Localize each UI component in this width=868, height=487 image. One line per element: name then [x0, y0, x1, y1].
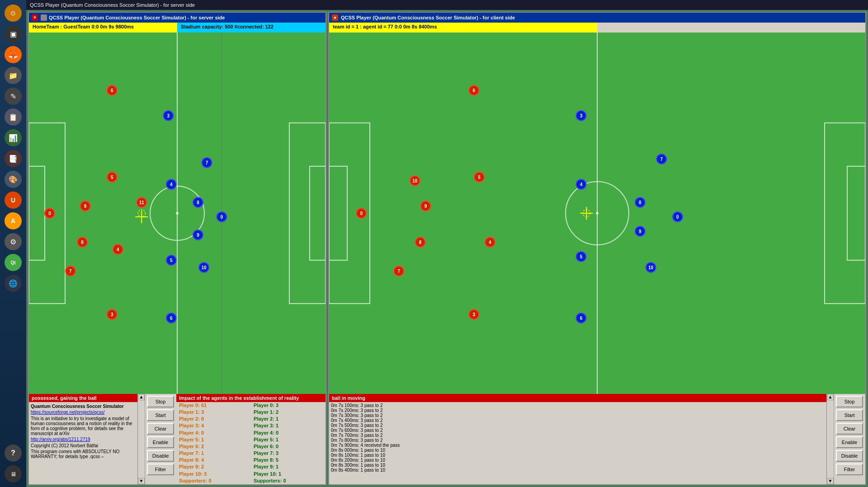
client-clear-button[interactable]: Clear — [836, 423, 863, 435]
svg-text:9: 9 — [639, 229, 642, 234]
server-impact-table: Player 0: 61Player 0: 3Player 1: 3Player… — [176, 402, 326, 484]
client-window: ● QCSS Player (Quantum Consciousness Soc… — [328, 12, 866, 485]
server-sourceforge-link[interactable]: https://sourceforge.net/projects/qcss/ — [31, 410, 136, 415]
svg-text:3: 3 — [111, 312, 113, 317]
client-field: 0 10 6 5 4 9 8 7 3 3 — [329, 33, 865, 394]
client-enable-button[interactable]: Enable — [836, 436, 863, 448]
impact-cell-col2: Supporters: 0 — [251, 478, 326, 484]
svg-text:6: 6 — [472, 88, 475, 93]
server-stop-button[interactable]: Stop — [147, 396, 174, 407]
svg-text:7: 7 — [397, 269, 400, 274]
server-close-button[interactable]: × — [32, 14, 38, 21]
svg-text:0: 0 — [676, 215, 679, 220]
server-disable-button[interactable]: Disable — [147, 450, 174, 462]
server-field-svg: 0 6 9 8 7 5 4 3 3 4 — [29, 33, 326, 394]
client-scroll-down[interactable]: ▼ — [827, 478, 834, 484]
server-buttons-panel: Stop Start Clear Enable Disable Filter — [145, 394, 176, 484]
server-copyright: Copyright (C) 2012 Norbert Bátfai — [31, 443, 136, 448]
impact-cell-col1: Player 1: 3 — [176, 409, 251, 416]
impact-cell-col2: Player 5: 1 — [251, 436, 326, 443]
log-entry: 0m 7s 700ms: 3 pass to 2 — [331, 433, 825, 438]
server-app-title: Quantum Consciousness Soccer Simulator — [31, 404, 136, 409]
server-bottom-panel: possessed, gaining the ball Quantum Cons… — [29, 394, 326, 484]
svg-text:0: 0 — [360, 211, 363, 216]
client-window-title: QCSS Player (Quantum Consciousness Socce… — [341, 15, 515, 20]
server-impact-panel: Impact of the agents in the establishmen… — [176, 394, 326, 484]
server-description: This is an initiative to try to investig… — [31, 416, 136, 436]
server-min-button[interactable] — [41, 14, 47, 21]
notes-icon[interactable]: 📋 — [5, 108, 22, 126]
log-entry: 0m 7s 300ms: 3 pass to 2 — [331, 413, 825, 418]
svg-text:7: 7 — [206, 160, 208, 165]
server-arxiv-link[interactable]: http://arxiv.org/abs/1211.2719 — [31, 437, 136, 442]
server-window-titlebar: × QCSS Player (Quantum Consciousness Soc… — [29, 13, 326, 23]
server-enable-button[interactable]: Enable — [147, 436, 174, 448]
impact-cell-col1: Player 7: 1 — [176, 450, 251, 457]
client-bottom-panel: ball in moving 0m 7s 100ms: 3 pass to 20… — [329, 394, 865, 484]
impact-cell-col2: Player 0: 3 — [251, 402, 326, 409]
system-icon[interactable]: ⊙ — [5, 5, 22, 22]
settings-icon[interactable]: ⚙ — [5, 233, 22, 250]
monitor-icon[interactable]: 🖥 — [5, 465, 22, 482]
server-scroll-down[interactable]: ▼ — [138, 478, 145, 484]
server-scrollbar[interactable]: ▲ ▼ — [137, 394, 145, 484]
amazon-icon[interactable]: A — [5, 212, 22, 229]
impact-cell-col2: Player 1: 2 — [251, 409, 326, 416]
client-scroll-up[interactable]: ▲ — [827, 394, 834, 400]
terminal-icon[interactable]: ▣ — [5, 25, 22, 42]
client-scrollbar[interactable]: ▲ ▼ — [826, 394, 834, 484]
server-start-button[interactable]: Start — [147, 409, 174, 421]
svg-text:7: 7 — [69, 269, 72, 274]
svg-text:6: 6 — [580, 316, 583, 321]
impact-cell-col1: Player 3: 4 — [176, 422, 251, 429]
svg-text:9: 9 — [84, 204, 87, 209]
ubuntu-icon[interactable]: U — [5, 192, 22, 209]
svg-text:4: 4 — [489, 240, 491, 245]
svg-text:3: 3 — [167, 113, 170, 118]
svg-text:11: 11 — [139, 200, 145, 205]
svg-text:6: 6 — [170, 316, 173, 321]
spreadsheet-icon[interactable]: 📊 — [5, 129, 22, 146]
log-entry: 0m 7s 600ms: 3 pass to 2 — [331, 428, 825, 433]
log-entry: 0m 8s 100ms: 1 pass to 10 — [331, 453, 825, 458]
log-entry: 0m 7s 100ms: 3 pass to 2 — [331, 403, 825, 408]
client-close-button[interactable]: ● — [332, 14, 338, 21]
svg-text:10: 10 — [201, 265, 207, 270]
log-entry: 0m 8s 300ms: 1 pass to 10 — [331, 463, 825, 468]
server-status-bar: HomeTeam : GuestTeam 0:0 0m 9s 9800ms St… — [29, 23, 326, 33]
client-filter-button[interactable]: Filter — [836, 464, 863, 475]
server-clear-button[interactable]: Clear — [147, 423, 174, 435]
client-window-titlebar: ● QCSS Player (Quantum Consciousness Soc… — [329, 13, 865, 23]
impact-cell-col1: Player 6: 2 — [176, 443, 251, 450]
server-impact-header: Impact of the agents in the establishmen… — [176, 394, 326, 402]
paint-icon[interactable]: 🎨 — [5, 171, 22, 188]
client-disable-button[interactable]: Disable — [836, 450, 863, 462]
globe-icon[interactable]: 🌐 — [5, 275, 22, 292]
log-entry: 0m 7s 200ms: 3 pass to 2 — [331, 408, 825, 413]
qt-icon[interactable]: Qt — [5, 254, 22, 271]
svg-text:10: 10 — [412, 178, 418, 183]
impact-cell-col2: Player 7: 3 — [251, 450, 326, 457]
files-icon[interactable]: 📁 — [5, 67, 22, 84]
server-status-left: HomeTeam : GuestTeam 0:0 0m 9s 9800ms — [29, 23, 177, 33]
impact-cell-col2: Player 8: 5 — [251, 457, 326, 464]
client-buttons-panel: Stop Start Clear Enable Disable Filter — [834, 394, 865, 484]
impact-cell-col1: Player 5: 1 — [176, 436, 251, 443]
server-scroll-up[interactable]: ▲ — [138, 394, 145, 400]
server-filter-button[interactable]: Filter — [147, 464, 174, 475]
client-stop-button[interactable]: Stop — [836, 396, 863, 407]
impact-cell-col1: Player 10: 3 — [176, 471, 251, 478]
svg-text:7: 7 — [660, 157, 663, 162]
impact-cell-col1: Player 8: 4 — [176, 457, 251, 464]
svg-text:8: 8 — [81, 240, 84, 245]
help-icon[interactable]: ? — [5, 445, 22, 462]
server-info-header: possessed, gaining the ball — [29, 394, 137, 402]
impact-cell-col2: Player 4: 0 — [251, 430, 326, 436]
client-start-button[interactable]: Start — [836, 409, 863, 421]
text-editor-icon[interactable]: ✎ — [5, 88, 22, 105]
presentation-icon[interactable]: 📑 — [5, 150, 22, 167]
svg-text:8: 8 — [419, 240, 422, 245]
svg-text:6: 6 — [111, 88, 113, 93]
svg-text:3: 3 — [472, 312, 475, 317]
firefox-icon[interactable]: 🦊 — [5, 46, 22, 63]
